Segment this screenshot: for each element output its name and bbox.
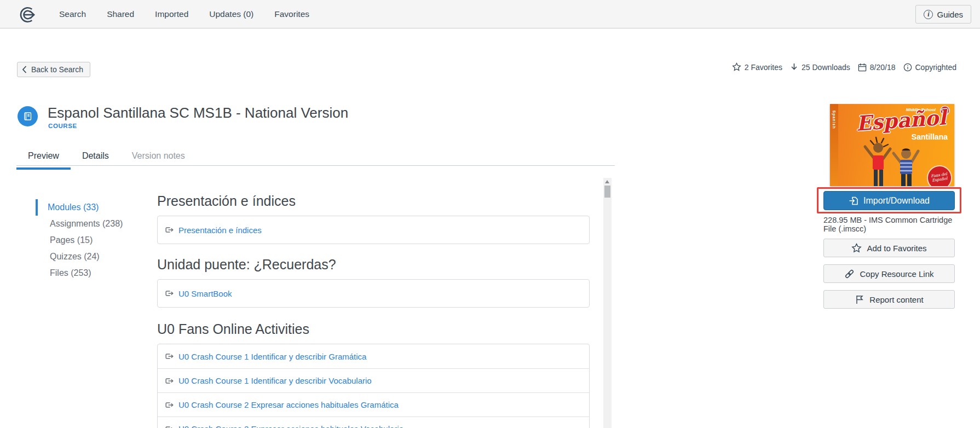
primary-nav: Search Shared Imported Updates (0) Favor… bbox=[59, 0, 309, 28]
course-cover-image: Spanish Middle School 1B Español Santill… bbox=[830, 104, 954, 186]
sidebar-item-quizzes[interactable]: Quizzes (24) bbox=[36, 248, 145, 265]
cover-spine: Spanish bbox=[830, 104, 838, 186]
report-content-button[interactable]: Report content bbox=[823, 290, 955, 309]
tab-divider bbox=[16, 165, 615, 166]
favorites-count: 2 Favorites bbox=[745, 63, 782, 72]
back-to-search-button[interactable]: Back to Search bbox=[17, 62, 90, 77]
preview-sidebar: Modules (33) Assignments (238) Pages (15… bbox=[36, 199, 145, 281]
star-icon bbox=[851, 243, 862, 253]
sidebar-item-modules[interactable]: Modules (33) bbox=[36, 199, 145, 216]
calendar-icon bbox=[858, 63, 867, 72]
module-item-list: U0 Crash Course 1 Identificar y describi… bbox=[157, 344, 590, 428]
nav-item-search[interactable]: Search bbox=[59, 9, 86, 19]
date-stat: 8/20/18 bbox=[858, 63, 896, 72]
add-to-favorites-button[interactable]: Add to Favorites bbox=[823, 239, 955, 257]
download-icon bbox=[790, 63, 798, 72]
info-icon: i bbox=[924, 10, 933, 19]
license-stat: Copyrighted bbox=[903, 63, 957, 72]
module-item-icon bbox=[164, 376, 174, 385]
top-navbar: Search Shared Imported Updates (0) Favor… bbox=[0, 0, 980, 28]
cover-title: Español bbox=[851, 105, 952, 136]
copy-link-label: Copy Resource Link bbox=[860, 269, 933, 279]
report-content-label: Report content bbox=[869, 295, 923, 304]
module-item-list: Presentación e índices bbox=[157, 216, 590, 244]
module-item-link[interactable]: Presentación e índices bbox=[178, 225, 262, 235]
cover-corner-badge: Fans del Español bbox=[925, 164, 954, 186]
module-item-icon bbox=[164, 289, 174, 298]
file-info-text: 228.95 MB - IMS Common Cartridge File (.… bbox=[823, 216, 962, 233]
module-item-link[interactable]: U0 Crash Course 2 Expresar acciones habi… bbox=[178, 400, 399, 409]
module-item-icon bbox=[164, 400, 174, 409]
sidebar-item-assignments[interactable]: Assignments (238) bbox=[36, 216, 145, 232]
guides-label: Guides bbox=[937, 10, 963, 19]
module-item-link[interactable]: U0 Crash Course 1 Identificar y describi… bbox=[178, 352, 366, 361]
guides-button[interactable]: i Guides bbox=[915, 5, 971, 24]
add-favorites-label: Add to Favorites bbox=[867, 244, 926, 253]
module-item-icon bbox=[164, 225, 174, 235]
back-label: Back to Search bbox=[31, 65, 83, 74]
flag-icon bbox=[855, 294, 864, 304]
import-icon bbox=[849, 196, 858, 206]
module-item-row: U0 Crash Course 1 Identificar y describi… bbox=[158, 344, 589, 368]
nav-item-favorites[interactable]: Favorites bbox=[274, 9, 309, 19]
nav-item-updates[interactable]: Updates (0) bbox=[209, 9, 253, 19]
resource-type-label: COURSE bbox=[48, 123, 77, 129]
module-item-row: U0 SmartBook bbox=[158, 280, 589, 307]
import-label: Import/Download bbox=[863, 196, 930, 206]
resource-stats: 2 Favorites 25 Downloads 8/20/18 Copyrig… bbox=[732, 62, 956, 72]
cover-spine-text: Spanish bbox=[832, 111, 836, 132]
chevron-left-icon bbox=[22, 66, 27, 73]
module-item-row: U0 Crash Course 2 Expresar acciones habi… bbox=[158, 392, 589, 417]
book-icon bbox=[22, 111, 33, 122]
star-icon bbox=[732, 62, 741, 72]
module-item-link[interactable]: U0 Crash Course 2 Expresar acciones habi… bbox=[178, 424, 403, 428]
license-label: Copyrighted bbox=[915, 63, 957, 72]
page-title: Espanol Santillana SC MS1B - National Ve… bbox=[48, 104, 348, 122]
section-heading: U0 Fans Online Activities bbox=[157, 321, 590, 337]
downloads-count: 25 Downloads bbox=[802, 63, 850, 72]
module-item-row: U0 Crash Course 1 Identificar y describi… bbox=[158, 368, 589, 392]
commons-logo-icon[interactable] bbox=[18, 5, 36, 24]
scroll-up-icon[interactable] bbox=[605, 180, 609, 183]
module-section: Unidad puente: ¿Recuerdas? U0 SmartBook bbox=[157, 256, 590, 308]
favorites-stat: 2 Favorites bbox=[732, 62, 782, 72]
module-item-link[interactable]: U0 SmartBook bbox=[178, 289, 232, 298]
module-item-icon bbox=[164, 424, 174, 428]
sidebar-item-pages[interactable]: Pages (15) bbox=[36, 232, 145, 248]
import-download-button[interactable]: Import/Download bbox=[823, 191, 955, 210]
downloads-stat: 25 Downloads bbox=[790, 63, 850, 72]
sidebar-item-files[interactable]: Files (253) bbox=[36, 265, 145, 281]
module-item-list: U0 SmartBook bbox=[157, 279, 590, 308]
preview-scrollbar[interactable] bbox=[603, 178, 612, 428]
copyright-icon bbox=[903, 63, 912, 72]
commons-page: Search Shared Imported Updates (0) Favor… bbox=[0, 0, 980, 428]
module-section: U0 Fans Online Activities U0 Crash Cours… bbox=[157, 321, 590, 428]
cover-people-illustration bbox=[856, 136, 927, 186]
module-section: Presentación e índices Presentación e ín… bbox=[157, 193, 590, 244]
update-date: 8/20/18 bbox=[870, 63, 896, 72]
link-icon bbox=[844, 269, 855, 279]
cover-subtitle: Santillana bbox=[912, 132, 948, 141]
copy-resource-link-button[interactable]: Copy Resource Link bbox=[823, 264, 955, 283]
module-item-icon bbox=[164, 352, 174, 361]
scrollbar-thumb[interactable] bbox=[604, 186, 610, 198]
section-heading: Unidad puente: ¿Recuerdas? bbox=[157, 256, 590, 273]
module-item-link[interactable]: U0 Crash Course 1 Identificar y describi… bbox=[178, 376, 372, 385]
section-heading: Presentación e índices bbox=[157, 193, 590, 209]
module-item-row: Presentación e índices bbox=[158, 216, 589, 244]
nav-item-shared[interactable]: Shared bbox=[107, 9, 134, 19]
course-type-badge bbox=[18, 106, 38, 126]
nav-item-imported[interactable]: Imported bbox=[155, 9, 188, 19]
module-item-row: U0 Crash Course 2 Expresar acciones habi… bbox=[158, 417, 589, 428]
